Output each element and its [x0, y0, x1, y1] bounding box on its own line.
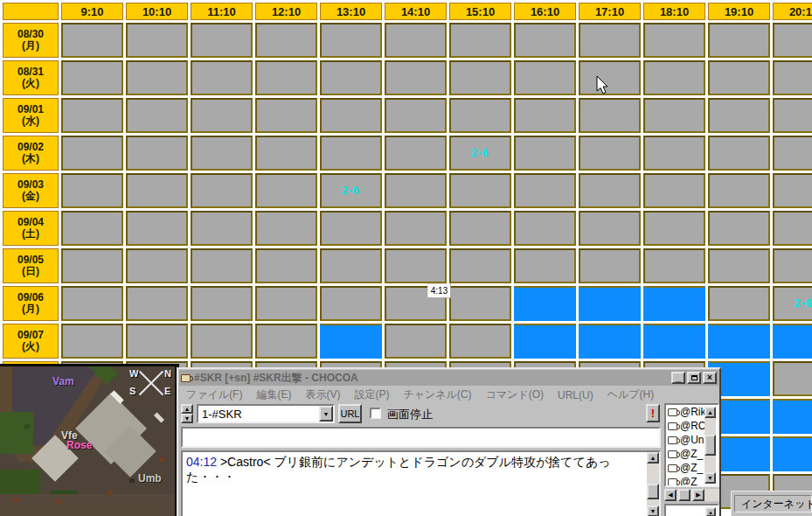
schedule-cell[interactable] — [773, 399, 812, 434]
schedule-cell[interactable] — [449, 23, 511, 58]
schedule-cell[interactable] — [708, 324, 770, 359]
schedule-cell[interactable] — [255, 98, 317, 133]
schedule-cell[interactable] — [449, 248, 511, 283]
schedule-cell[interactable] — [320, 286, 382, 321]
menu-item[interactable]: 編集(E) — [249, 387, 298, 403]
schedule-cell[interactable] — [773, 324, 812, 359]
schedule-cell[interactable] — [61, 211, 123, 246]
schedule-cell[interactable] — [255, 173, 317, 208]
schedule-cell[interactable] — [320, 98, 382, 133]
scroll-up-icon[interactable]: ▲ — [647, 452, 659, 464]
schedule-cell[interactable] — [320, 60, 382, 95]
chevron-down-icon[interactable]: ▼ — [319, 406, 333, 422]
user-list-hscrollbar[interactable]: ◀ ▶ — [664, 489, 719, 501]
schedule-cell[interactable] — [385, 211, 447, 246]
schedule-cell[interactable] — [643, 248, 705, 283]
schedule-cell[interactable] — [191, 173, 253, 208]
schedule-cell[interactable] — [449, 173, 511, 208]
scroll-down-icon[interactable]: ▼ — [704, 472, 716, 484]
schedule-cell[interactable] — [708, 136, 770, 171]
schedule-cell[interactable] — [255, 60, 317, 95]
schedule-cell[interactable] — [385, 60, 447, 95]
schedule-cell[interactable] — [191, 324, 253, 359]
schedule-cell[interactable] — [61, 136, 123, 171]
schedule-cell[interactable] — [449, 211, 511, 246]
schedule-cell[interactable] — [514, 173, 576, 208]
url-button[interactable]: URL — [338, 404, 362, 423]
schedule-cell[interactable] — [61, 248, 123, 283]
schedule-cell[interactable] — [579, 286, 641, 321]
schedule-cell[interactable] — [514, 324, 576, 359]
schedule-cell[interactable] — [773, 211, 812, 246]
schedule-cell[interactable] — [773, 248, 812, 283]
schedule-cell[interactable] — [191, 136, 253, 171]
schedule-cell[interactable] — [773, 98, 812, 133]
schedule-cell[interactable] — [320, 211, 382, 246]
menu-item[interactable]: チャンネル(C) — [396, 387, 478, 403]
schedule-cell[interactable]: 2-6 — [320, 173, 382, 208]
alert-button[interactable]: ! — [646, 404, 660, 422]
schedule-cell[interactable] — [320, 324, 382, 359]
schedule-cell[interactable] — [191, 286, 253, 321]
schedule-cell[interactable] — [385, 324, 447, 359]
schedule-cell[interactable] — [255, 23, 317, 58]
schedule-cell[interactable] — [773, 173, 812, 208]
schedule-cell[interactable] — [126, 286, 188, 321]
schedule-cell[interactable] — [255, 286, 317, 321]
scroll-up-icon[interactable]: ▲ — [705, 507, 716, 516]
schedule-cell[interactable] — [191, 248, 253, 283]
schedule-cell[interactable] — [61, 98, 123, 133]
schedule-cell[interactable] — [773, 136, 812, 171]
schedule-cell[interactable]: 2-6 — [449, 136, 511, 171]
schedule-cell[interactable] — [514, 60, 576, 95]
schedule-cell[interactable] — [708, 248, 770, 283]
schedule-cell[interactable] — [61, 324, 123, 359]
schedule-cell[interactable]: 2-6 — [773, 286, 812, 321]
schedule-cell[interactable] — [255, 136, 317, 171]
schedule-cell[interactable] — [579, 211, 641, 246]
schedule-cell[interactable] — [191, 23, 253, 58]
schedule-cell[interactable] — [579, 324, 641, 359]
scroll-left-icon[interactable]: ◀ — [664, 489, 677, 501]
schedule-cell[interactable] — [643, 173, 705, 208]
topic-input[interactable] — [183, 429, 659, 446]
schedule-cell[interactable] — [579, 23, 641, 58]
pause-checkbox[interactable] — [370, 408, 381, 419]
schedule-cell[interactable] — [61, 173, 123, 208]
schedule-cell[interactable] — [126, 23, 188, 58]
schedule-cell[interactable] — [579, 173, 641, 208]
map-window[interactable]: W N S E VamVfeRoseUmb — [0, 364, 179, 516]
schedule-cell[interactable] — [320, 136, 382, 171]
schedule-cell[interactable] — [708, 23, 770, 58]
schedule-cell[interactable] — [320, 23, 382, 58]
schedule-cell[interactable] — [385, 98, 447, 133]
schedule-cell[interactable] — [514, 211, 576, 246]
schedule-cell[interactable] — [126, 248, 188, 283]
schedule-cell[interactable] — [514, 136, 576, 171]
menu-item[interactable]: 設定(P) — [347, 387, 396, 403]
menu-item[interactable]: URL(U) — [551, 388, 600, 402]
schedule-cell[interactable] — [643, 211, 705, 246]
schedule-cell[interactable] — [61, 60, 123, 95]
schedule-cell[interactable] — [708, 211, 770, 246]
chat-title-bar[interactable]: #SKR [+sn] #SKR出撃 - CHOCOA _ × — [179, 370, 718, 386]
scrollbar-thumb[interactable] — [704, 435, 716, 456]
scroll-up-icon[interactable]: ▲ — [704, 407, 716, 418]
maximize-button[interactable] — [687, 372, 701, 384]
schedule-cell[interactable] — [579, 136, 641, 171]
schedule-cell[interactable] — [320, 248, 382, 283]
schedule-cell[interactable] — [579, 248, 641, 283]
schedule-cell[interactable] — [126, 98, 188, 133]
schedule-cell[interactable] — [61, 23, 123, 58]
schedule-cell[interactable] — [191, 98, 253, 133]
schedule-cell[interactable] — [126, 324, 188, 359]
secondary-list[interactable]: ▲ — [664, 504, 719, 516]
schedule-cell[interactable] — [643, 286, 705, 321]
schedule-cell[interactable] — [514, 286, 576, 321]
schedule-cell[interactable] — [191, 60, 253, 95]
menu-item[interactable]: ヘルプ(H) — [600, 387, 662, 403]
schedule-cell[interactable] — [643, 324, 705, 359]
schedule-cell[interactable] — [514, 23, 576, 58]
schedule-cell[interactable] — [643, 136, 705, 171]
schedule-cell[interactable] — [449, 60, 511, 95]
